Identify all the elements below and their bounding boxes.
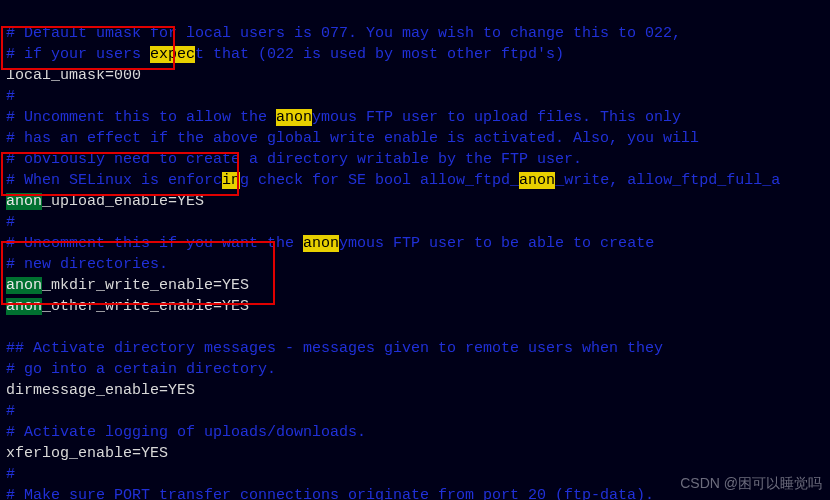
comment-line: # Uncomment this to allow the — [6, 109, 276, 126]
comment-line: # obviously need to create a directory w… — [6, 151, 582, 168]
comment-line: # Make sure PORT transfer connections or… — [6, 487, 654, 500]
comment-line: ## Activate directory messages - message… — [6, 340, 663, 357]
comment-line: ymous FTP user to be able to create — [339, 235, 654, 252]
highlight-in: in — [222, 172, 240, 189]
highlight-expec: expec — [150, 46, 195, 63]
highlight-anon-green: anon — [6, 298, 42, 315]
comment-line: # Uncomment this if you want the — [6, 235, 303, 252]
config-local-umask: local_umask=000 — [6, 67, 141, 84]
comment-line: # if your users — [6, 46, 150, 63]
terminal-output[interactable]: # Default umask for local users is 077. … — [0, 0, 830, 500]
highlight-anon-green: anon — [6, 193, 42, 210]
highlight-anon: anon — [519, 172, 555, 189]
config-xferlog: xferlog_enable=YES — [6, 445, 168, 462]
comment-line: # has an effect if the above global writ… — [6, 130, 699, 147]
highlight-anon: anon — [276, 109, 312, 126]
highlight-anon: anon — [303, 235, 339, 252]
comment-line: ymous FTP user to upload files. This onl… — [312, 109, 681, 126]
comment-line: # go into a certain directory. — [6, 361, 276, 378]
comment-line: # Activate logging of uploads/downloads. — [6, 424, 366, 441]
comment-line: # — [6, 214, 15, 231]
comment-line: # — [6, 88, 15, 105]
comment-line: t that (022 is used by most other ftpd's… — [195, 46, 564, 63]
config-dirmessage: dirmessage_enable=YES — [6, 382, 195, 399]
comment-line: # new directories. — [6, 256, 168, 273]
comment-line: # — [6, 466, 15, 483]
highlight-anon-green: anon — [6, 277, 42, 294]
comment-line: # — [6, 403, 15, 420]
watermark: CSDN @困可以睡觉吗 — [680, 473, 822, 494]
comment-line: # When SELinux is enforc — [6, 172, 222, 189]
comment-line: _write, allow_ftpd_full_a — [555, 172, 780, 189]
config-anon-mkdir: _mkdir_write_enable=YES — [42, 277, 249, 294]
comment-line: g check for SE bool allow_ftpd_ — [240, 172, 519, 189]
config-anon-other: _other_write_enable=YES — [42, 298, 249, 315]
config-anon-upload: _upload_enable=YES — [42, 193, 204, 210]
comment-line: # Default umask for local users is 077. … — [6, 25, 681, 42]
